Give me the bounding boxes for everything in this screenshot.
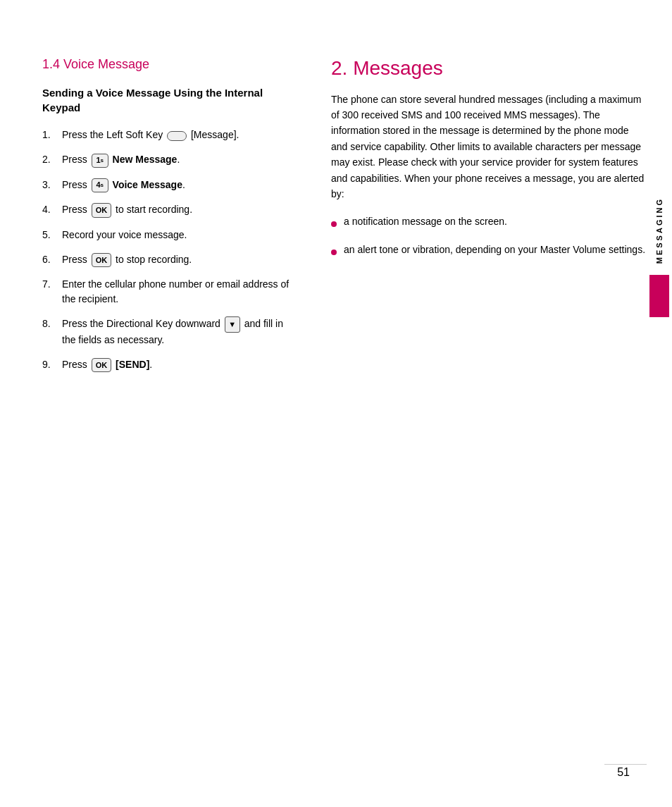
page-container: 1.4 Voice Message Sending a Voice Messag… (0, 0, 672, 807)
step-3-content: Press 4s Voice Message. (62, 178, 296, 192)
key-1-btn: 1s (92, 154, 108, 168)
step-6: 6. Press OK to stop recording. (42, 252, 296, 268)
step-2-number: 2. (42, 152, 62, 167)
sidebar: MESSAGING (647, 0, 672, 807)
step-1: 1. Press the Left Soft Key [Message]. (42, 128, 296, 142)
bullet-circle-1 (331, 221, 337, 227)
step-7-number: 7. (42, 277, 62, 292)
ok-key-6: OK (92, 253, 112, 268)
separator-line (604, 764, 647, 765)
subsection-title: Sending a Voice Message Using the Intern… (42, 85, 296, 115)
step-9: 9. Press OK [SEND]. (42, 357, 296, 373)
step-5-number: 5. (42, 228, 62, 242)
main-content: 1.4 Voice Message Sending a Voice Messag… (0, 0, 647, 807)
bullet-dot-1 (331, 216, 344, 231)
step-2: 2. Press 1s New Message. (42, 152, 296, 167)
step-4: 4. Press OK to start recording. (42, 202, 296, 218)
step-8: 8. Press the Directional Key downward ▼ … (42, 316, 296, 347)
left-section-title: 1.4 Voice Message (42, 56, 296, 73)
step-6-content: Press OK to stop recording. (62, 252, 296, 268)
ok-key-9: OK (92, 358, 112, 373)
soft-key-icon (167, 131, 187, 141)
page-number: 51 (617, 766, 630, 779)
step-7-content: Enter the cellular phone number or email… (62, 277, 296, 307)
bullet-list: a notification message on the screen. an… (331, 214, 647, 259)
step-9-number: 9. (42, 357, 62, 372)
ok-key-4: OK (92, 203, 112, 218)
dir-key-down: ▼ (225, 316, 240, 333)
sidebar-bar (649, 275, 669, 317)
right-section-body: The phone can store several hundred mess… (331, 92, 647, 202)
step-1-content: Press the Left Soft Key [Message]. (62, 128, 296, 142)
right-section-title: 2. Messages (331, 56, 647, 80)
step-2-content: Press 1s New Message. (62, 152, 296, 167)
step-3-number: 3. (42, 178, 62, 192)
step-9-content: Press OK [SEND]. (62, 357, 296, 373)
bullet-circle-2 (331, 250, 337, 255)
sidebar-text-container: MESSAGING (649, 197, 669, 317)
bullet-dot-2 (331, 245, 344, 259)
bullet-text-1: a notification message on the screen. (344, 214, 507, 229)
sidebar-label: MESSAGING (655, 197, 664, 264)
step-8-content: Press the Directional Key downward ▼ and… (62, 316, 296, 347)
left-column: 1.4 Voice Message Sending a Voice Messag… (42, 56, 317, 765)
step-5-content: Record your voice message. (62, 228, 296, 242)
bullet-text-2: an alert tone or vibration, depending on… (344, 242, 645, 257)
step-6-number: 6. (42, 252, 62, 267)
bullet-item-2: an alert tone or vibration, depending on… (331, 242, 647, 259)
step-3: 3. Press 4s Voice Message. (42, 178, 296, 192)
bullet-item-1: a notification message on the screen. (331, 214, 647, 231)
step-8-number: 8. (42, 316, 62, 331)
step-5: 5. Record your voice message. (42, 228, 296, 242)
step-1-number: 1. (42, 128, 62, 142)
step-7: 7. Enter the cellular phone number or em… (42, 277, 296, 307)
right-column: 2. Messages The phone can store several … (317, 56, 647, 765)
key-4-btn: 4s (92, 178, 108, 192)
step-4-number: 4. (42, 202, 62, 217)
step-4-content: Press OK to start recording. (62, 202, 296, 218)
